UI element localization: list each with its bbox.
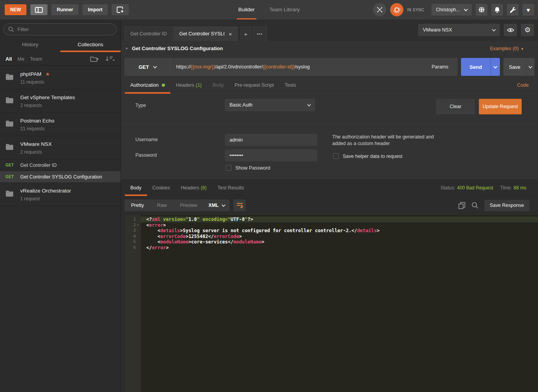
send-button[interactable]: Send: [461, 58, 491, 76]
url-template-variable: {{controller-id}}: [263, 64, 294, 70]
format-select[interactable]: XML: [204, 200, 230, 211]
collection-phpipam[interactable]: phpIPAM★11 requests: [0, 66, 121, 89]
send-button-group: Send: [461, 58, 500, 76]
add-folder-icon[interactable]: [90, 56, 99, 62]
tab-collections[interactable]: Collections: [60, 37, 121, 52]
collapse-caret-icon[interactable]: ▸: [126, 46, 128, 50]
line-number: 4: [125, 234, 141, 240]
copy-icon[interactable]: [458, 202, 466, 209]
runner-button[interactable]: Runner: [51, 4, 79, 15]
workspace-tab-get-controller-syslog-configuration[interactable]: Get Controller SYSLOG Configuration×: [173, 26, 238, 41]
line-number: 6: [125, 245, 141, 251]
collection-meta: 11 requests: [20, 79, 116, 85]
collection-name: VMware NSX: [20, 141, 116, 147]
scope-me[interactable]: Me: [18, 56, 25, 62]
wrap-text-button[interactable]: [233, 200, 246, 211]
tab-team-library[interactable]: Team Library: [268, 0, 301, 19]
fold-caret-icon[interactable]: ▾: [136, 222, 140, 228]
tab-label: Headers: [181, 185, 199, 191]
save-options-caret[interactable]: [526, 58, 534, 76]
collection-vmware-nsx[interactable]: VMware NSX2 requests: [0, 136, 121, 159]
sync-status-button[interactable]: [390, 3, 403, 16]
request-get-controller-syslog-configuration[interactable]: GETGet Controller SYSLOG Configuration: [0, 171, 121, 183]
sidebar-toggle-button[interactable]: [30, 4, 47, 15]
postman-app: NEW Runner Import Builder Team Library: [0, 0, 538, 392]
request-get-controller-id[interactable]: GETGet Controller ID: [0, 159, 121, 171]
request-tab-headers[interactable]: Headers(1): [170, 77, 207, 93]
favorites-button[interactable]: ♥: [522, 4, 534, 16]
divider: [121, 124, 538, 125]
tab-history[interactable]: History: [0, 37, 60, 52]
response-tab-cookies[interactable]: Cookies: [147, 180, 175, 196]
request-tab-tests[interactable]: Tests: [279, 77, 301, 93]
new-window-button[interactable]: [112, 4, 129, 15]
password-field[interactable]: [225, 149, 317, 161]
response-tab-test-results[interactable]: Test Results: [212, 180, 249, 196]
scope-team[interactable]: Team: [30, 56, 42, 62]
request-name: Get Controller SYSLOG Configuration: [20, 174, 102, 180]
save-helper-checkbox[interactable]: [333, 153, 339, 159]
examples-dropdown[interactable]: Examples (0)▼: [490, 46, 524, 51]
clear-button[interactable]: Clear: [436, 99, 475, 114]
sort-icon[interactable]: [105, 56, 115, 62]
request-tab-pre-request-script[interactable]: Pre-request Script: [229, 77, 279, 93]
update-request-button[interactable]: Update Request: [479, 99, 522, 114]
response-tab-headers[interactable]: Headers(8): [175, 180, 212, 196]
notifications-button[interactable]: [491, 4, 503, 16]
import-button[interactable]: Import: [82, 4, 108, 15]
auth-type-value: Basic Auth: [230, 102, 252, 108]
save-response-button[interactable]: Save Response: [484, 200, 529, 211]
add-tab-button[interactable]: +: [240, 26, 251, 41]
view-mode-raw[interactable]: Raw: [151, 200, 173, 211]
url-template-variable: {{nsx-mgr}}: [191, 64, 215, 70]
show-password-row: Show Password: [226, 165, 270, 171]
view-mode-pretty[interactable]: Pretty: [124, 200, 151, 211]
auth-type-select[interactable]: Basic Auth: [225, 99, 315, 111]
request-title: Get Controller SYSLOG Configuration: [132, 46, 223, 51]
view-mode-preview[interactable]: Preview: [173, 200, 204, 211]
filter-input[interactable]: [18, 26, 112, 32]
request-tab-body[interactable]: Body: [207, 77, 230, 93]
show-password-checkbox[interactable]: [226, 165, 231, 171]
save-button[interactable]: Save: [503, 58, 526, 76]
environment-settings-button[interactable]: ⚙: [521, 24, 534, 36]
user-menu[interactable]: Christoph...: [431, 4, 472, 16]
settings-wrench-button[interactable]: [507, 4, 519, 16]
capture-icon: [376, 6, 383, 13]
line-number: 5: [125, 239, 141, 245]
more-tabs-button[interactable]: •••: [253, 26, 267, 41]
proxy-capture-button[interactable]: [373, 3, 386, 16]
generate-code-link[interactable]: Code: [517, 77, 529, 93]
collection-postman-echo[interactable]: Postman Echo21 requests: [0, 113, 121, 136]
method-badge: GET: [5, 171, 14, 183]
response-code[interactable]: <?xml version="1.0" encoding="UTF-8"?><e…: [141, 215, 538, 392]
request-title-row: ▸ Get Controller SYSLOG Configuration Ex…: [121, 41, 538, 56]
new-button[interactable]: NEW: [5, 4, 26, 15]
collection-get-vsphere-templates[interactable]: Get vSphere Templates2 requests: [0, 89, 121, 113]
show-password-label: Show Password: [235, 165, 270, 171]
close-tab-icon[interactable]: ×: [229, 31, 232, 37]
workspace-tab-get-controller-id[interactable]: Get Controller ID: [124, 26, 173, 41]
star-icon: ★: [46, 71, 50, 77]
params-button[interactable]: Params: [422, 58, 457, 76]
method-select[interactable]: GET: [124, 58, 170, 76]
method-value: GET: [138, 64, 149, 70]
collection-vrealize-orchestrator[interactable]: vRealize Orchestrator1 request: [0, 183, 121, 206]
environment-value: VMware NSX: [423, 27, 452, 33]
response-tab-body[interactable]: Body: [125, 180, 147, 196]
builder-panel: Get Controller IDGet Controller SYSLOG C…: [121, 19, 538, 392]
send-options-caret[interactable]: [491, 58, 500, 76]
tab-builder[interactable]: Builder: [237, 0, 256, 19]
globe-icon: [478, 6, 485, 13]
browse-button[interactable]: [476, 4, 487, 16]
format-value: XML: [209, 203, 219, 208]
url-input[interactable]: https://{{nsx-mgr}}/api/2.0/vdn/controll…: [170, 58, 422, 76]
environment-preview-button[interactable]: [504, 24, 517, 36]
search-response-icon[interactable]: [471, 202, 478, 209]
scope-all[interactable]: All: [5, 56, 12, 62]
tab-label: Cookies: [152, 185, 170, 191]
response-toolbar: PrettyRawPreview XML: [121, 196, 538, 215]
request-tab-authorization[interactable]: Authorization: [125, 77, 170, 93]
username-field[interactable]: [225, 134, 317, 146]
environment-select[interactable]: VMware NSX: [418, 24, 500, 36]
